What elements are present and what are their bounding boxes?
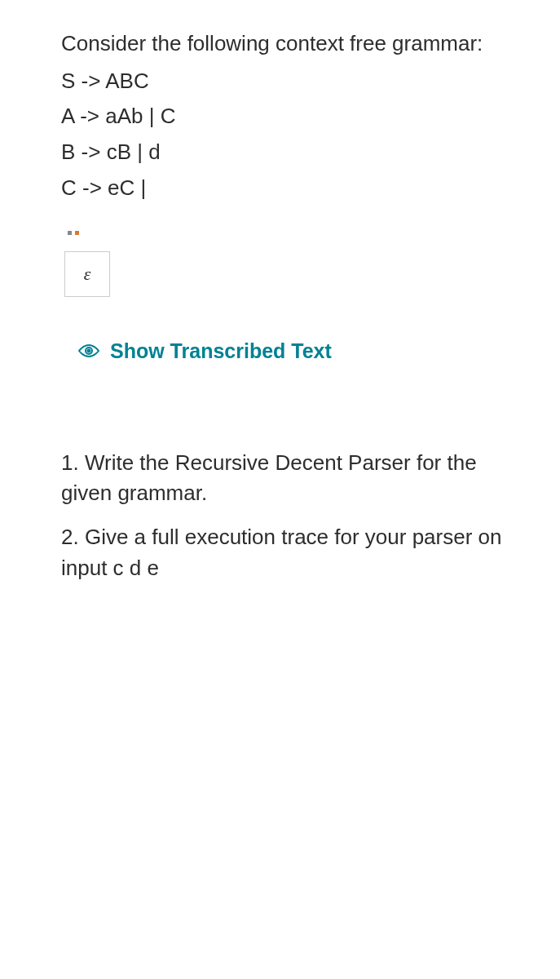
questions-section: 1. Write the Recursive Decent Parser for…: [61, 448, 503, 584]
question-2: 2. Give a full execution trace for your …: [61, 522, 503, 583]
grammar-rule-b: B -> cB | d: [61, 137, 503, 168]
eye-icon: [77, 336, 100, 365]
show-transcribed-label: Show Transcribed Text: [110, 336, 332, 365]
show-transcribed-link[interactable]: Show Transcribed Text: [77, 336, 503, 365]
grammar-rule-s: S -> ABC: [61, 66, 503, 97]
intro-paragraph: Consider the following context free gram…: [61, 29, 503, 60]
svg-point-1: [88, 350, 90, 352]
grammar-rule-c: C -> eC |: [61, 173, 503, 204]
grammar-rule-a: A -> aAb | C: [61, 101, 503, 132]
drag-handle-icon[interactable]: [68, 231, 79, 235]
question-1: 1. Write the Recursive Decent Parser for…: [61, 448, 503, 509]
epsilon-draggable[interactable]: ε: [64, 251, 110, 297]
